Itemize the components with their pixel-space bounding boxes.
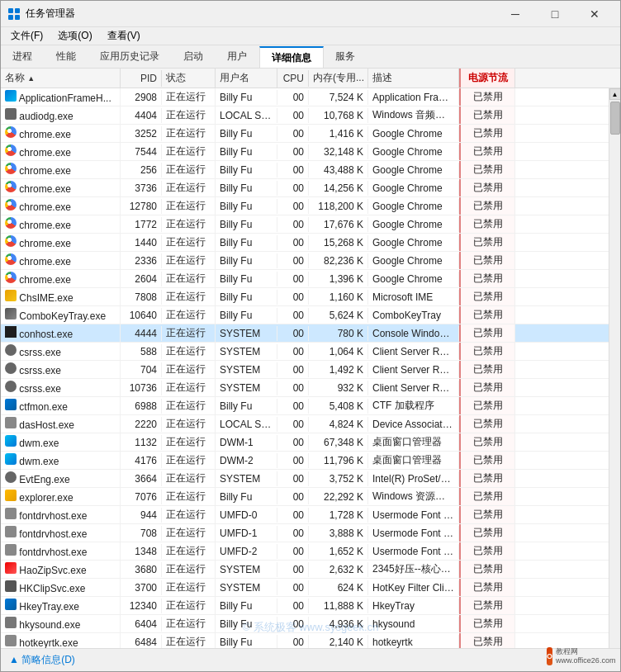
- table-row[interactable]: chrome.exe 2336 正在运行 Billy Fu 00 82,236 …: [1, 252, 609, 270]
- table-row[interactable]: HaoZipSvc.exe 3680 正在运行 SYSTEM 00 2,632 …: [1, 561, 609, 579]
- process-icon: [5, 490, 17, 501]
- cell-desc: Console Window ...: [368, 326, 459, 341]
- cell-power: 已禁用: [459, 524, 515, 542]
- table-row[interactable]: csrss.exe 588 正在运行 SYSTEM 00 1,064 K Cli…: [1, 343, 609, 361]
- minimize-button[interactable]: ─: [496, 1, 534, 27]
- tab-services[interactable]: 服务: [324, 45, 367, 68]
- col-header-status[interactable]: 状态: [162, 69, 216, 88]
- table-row[interactable]: csrss.exe 704 正在运行 SYSTEM 00 1,492 K Cli…: [1, 361, 609, 379]
- cell-cpu: 00: [277, 163, 309, 177]
- cell-name: fontdrvhost.exe: [1, 542, 121, 560]
- col-header-cpu[interactable]: CPU: [277, 70, 309, 87]
- table-row[interactable]: ApplicationFrameH... 2908 正在运行 Billy Fu …: [1, 88, 609, 106]
- cell-status: 正在运行: [162, 579, 216, 596]
- process-icon: [5, 90, 17, 102]
- table-row[interactable]: fontdrvhost.exe 1348 正在运行 UMFD-2 00 1,65…: [1, 542, 609, 561]
- menu-options[interactable]: 选项(O): [51, 27, 98, 45]
- table-row[interactable]: HkeyTray.exe 12340 正在运行 Billy Fu 00 11,8…: [1, 597, 609, 615]
- cell-power: 已禁用: [459, 306, 515, 324]
- table-row[interactable]: hkysound.exe 6404 正在运行 Billy Fu 00 4,936…: [1, 615, 609, 633]
- table-row[interactable]: dwm.exe 4176 正在运行 DWM-2 00 11,796 K 桌面窗口…: [1, 452, 609, 470]
- table-row[interactable]: EvtEng.exe 3664 正在运行 SYSTEM 00 3,752 K I…: [1, 470, 609, 488]
- cell-mem: 780 K: [309, 326, 368, 341]
- menu-view[interactable]: 查看(V): [101, 27, 147, 45]
- table-row[interactable]: chrome.exe 3252 正在运行 Billy Fu 00 1,416 K…: [1, 125, 609, 143]
- cell-user: Billy Fu: [216, 126, 277, 141]
- cell-status: 正在运行: [162, 433, 216, 451]
- cell-pid: 3680: [121, 562, 162, 577]
- cell-user: SYSTEM: [216, 362, 277, 377]
- table-row[interactable]: ChsIME.exe 7808 正在运行 Billy Fu 00 1,160 K…: [1, 288, 609, 306]
- window-title: 任务管理器: [26, 7, 75, 21]
- cell-name: HkeyTray.exe: [1, 597, 121, 614]
- process-name: ApplicationFrameH...: [19, 92, 111, 104]
- cell-pid: 944: [121, 508, 162, 523]
- maximize-button[interactable]: □: [536, 1, 574, 27]
- col-header-mem[interactable]: 内存(专用...: [309, 69, 368, 88]
- cell-power: 已禁用: [459, 324, 515, 342]
- process-name: ctfmon.exe: [19, 401, 68, 413]
- table-row[interactable]: chrome.exe 1440 正在运行 Billy Fu 00 15,268 …: [1, 234, 609, 252]
- cell-status: 正在运行: [162, 561, 216, 578]
- menu-file[interactable]: 文件(F): [4, 27, 50, 45]
- cell-pid: 1132: [121, 435, 162, 450]
- cell-pid: 4176: [121, 453, 162, 468]
- cell-pid: 1348: [121, 544, 162, 559]
- cell-power: 已禁用: [459, 379, 515, 396]
- process-name: chrome.exe: [19, 129, 71, 140]
- col-header-desc[interactable]: 描述: [368, 69, 459, 88]
- col-header-pid[interactable]: PID: [121, 70, 162, 87]
- table-row[interactable]: chrome.exe 3736 正在运行 Billy Fu 00 14,256 …: [1, 179, 609, 197]
- cell-mem: 1,064 K: [309, 344, 368, 359]
- process-icon: [5, 399, 17, 410]
- table-row[interactable]: fontdrvhost.exe 708 正在运行 UMFD-1 00 3,888…: [1, 524, 609, 542]
- table-row[interactable]: conhost.exe 4444 正在运行 SYSTEM 00 780 K Co…: [1, 324, 609, 343]
- table-row[interactable]: chrome.exe 256 正在运行 Billy Fu 00 43,488 K…: [1, 161, 609, 179]
- process-icon: [5, 508, 17, 519]
- table-row[interactable]: chrome.exe 2604 正在运行 Billy Fu 00 1,396 K…: [1, 270, 609, 288]
- close-button[interactable]: ✕: [576, 1, 614, 27]
- cell-name: dwm.exe: [1, 452, 121, 469]
- tab-users[interactable]: 用户: [216, 45, 259, 68]
- process-name: chrome.exe: [19, 183, 71, 195]
- cell-cpu: 00: [277, 635, 309, 649]
- cell-desc: 2345好压--核心服务: [368, 561, 459, 578]
- table-row[interactable]: ComboKeyTray.exe 10640 正在运行 Billy Fu 00 …: [1, 306, 609, 324]
- process-name: chrome.exe: [19, 165, 71, 177]
- table-row[interactable]: csrss.exe 10736 正在运行 SYSTEM 00 932 K Cli…: [1, 379, 609, 397]
- table-row[interactable]: dwm.exe 1132 正在运行 DWM-1 00 67,348 K 桌面窗口…: [1, 433, 609, 452]
- table-row[interactable]: chrome.exe 12780 正在运行 Billy Fu 00 118,20…: [1, 197, 609, 215]
- process-name: fontdrvhost.exe: [19, 547, 87, 558]
- process-icon: [5, 253, 17, 265]
- table-row[interactable]: chrome.exe 1772 正在运行 Billy Fu 00 17,676 …: [1, 215, 609, 234]
- cell-desc: Usermode Font D...: [368, 508, 459, 523]
- cell-status: 正在运行: [162, 215, 216, 233]
- table-row[interactable]: hotkeyrtk.exe 6484 正在运行 Billy Fu 00 2,14…: [1, 633, 609, 648]
- col-header-power[interactable]: 电源节流: [459, 69, 515, 88]
- tab-details[interactable]: 详细信息: [259, 46, 324, 68]
- tab-performance[interactable]: 性能: [45, 45, 88, 68]
- vertical-scrollbar[interactable]: ▲: [609, 88, 620, 648]
- tab-startup[interactable]: 启动: [172, 45, 216, 68]
- tab-app-history[interactable]: 应用历史记录: [88, 45, 172, 68]
- table-row[interactable]: chrome.exe 7544 正在运行 Billy Fu 00 32,148 …: [1, 143, 609, 161]
- col-header-name[interactable]: 名称 ▲: [1, 69, 121, 88]
- scroll-thumb[interactable]: [610, 102, 620, 135]
- table-row[interactable]: fontdrvhost.exe 944 正在运行 UMFD-0 00 1,728…: [1, 506, 609, 524]
- col-header-user[interactable]: 用户名: [216, 69, 277, 88]
- details-link[interactable]: ▲ 简略信息(D): [9, 653, 75, 667]
- cell-mem: 1,652 K: [309, 544, 368, 559]
- cell-desc: Google Chrome: [368, 144, 459, 159]
- cell-status: 正在运行: [162, 488, 216, 505]
- scroll-up-btn[interactable]: ▲: [609, 88, 621, 100]
- table-row[interactable]: audiodg.exe 4404 正在运行 LOCAL SE... 00 10,…: [1, 106, 609, 125]
- cell-mem: 3,888 K: [309, 526, 368, 541]
- cell-user: Billy Fu: [216, 599, 277, 613]
- table-row[interactable]: dasHost.exe 2220 正在运行 LOCAL SE... 00 4,8…: [1, 415, 609, 433]
- process-name: chrome.exe: [19, 201, 71, 213]
- table-row[interactable]: HKClipSvc.exe 3700 正在运行 SYSTEM 00 624 K …: [1, 579, 609, 597]
- table-row[interactable]: ctfmon.exe 6988 正在运行 Billy Fu 00 5,408 K…: [1, 397, 609, 415]
- table-row[interactable]: explorer.exe 7076 正在运行 Billy Fu 00 22,29…: [1, 488, 609, 506]
- tab-processes[interactable]: 进程: [1, 45, 45, 68]
- cell-name: EvtEng.exe: [1, 470, 121, 487]
